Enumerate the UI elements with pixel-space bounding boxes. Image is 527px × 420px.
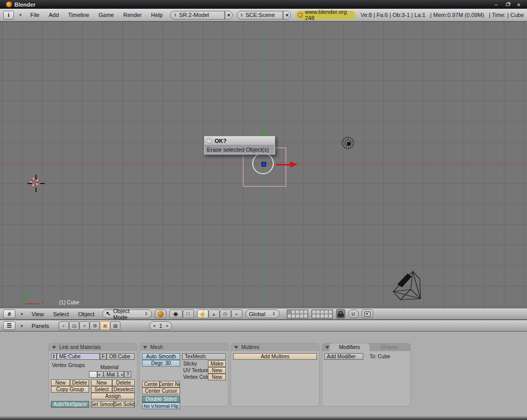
scene-context-button[interactable]: ▦ xyxy=(110,321,120,330)
layer-button[interactable] xyxy=(287,310,291,314)
layer-button[interactable] xyxy=(300,310,304,314)
3d-viewport[interactable]: y x (1) Cube ? OK? Erase selected Object… xyxy=(0,22,527,308)
close-button[interactable]: × xyxy=(515,2,523,8)
layer-button[interactable] xyxy=(320,310,324,314)
object-context-button[interactable]: ⊕ xyxy=(90,321,100,330)
layer-button[interactable] xyxy=(300,314,304,318)
object-name-field[interactable]: OB:Cube xyxy=(107,353,135,360)
draw-type-button[interactable] xyxy=(155,309,166,318)
editing-context-button[interactable]: ▣ xyxy=(100,321,110,330)
translate-manipulator-button[interactable]: ▲ xyxy=(208,309,220,318)
layer-button[interactable] xyxy=(291,310,295,314)
collapse-menu-icon[interactable]: ▾ xyxy=(19,12,22,17)
layer-button[interactable] xyxy=(316,310,320,314)
layer-button[interactable] xyxy=(291,314,295,318)
layer-button[interactable] xyxy=(316,314,320,318)
scene-selector[interactable]: ⇕ SCE:Scene xyxy=(237,11,283,20)
pivot-selector[interactable]: ◉ xyxy=(169,309,183,318)
increment-icon[interactable]: ▸ xyxy=(166,323,168,328)
menu-select[interactable]: Select xyxy=(48,311,74,317)
center-cursor-button[interactable]: Center Cursor xyxy=(142,388,180,394)
menu-help[interactable]: Help xyxy=(147,12,168,18)
autotexspace-toggle[interactable]: AutoTexSpace xyxy=(51,401,89,408)
centre-button[interactable]: Cente xyxy=(142,381,160,388)
no-vnormal-flip-toggle[interactable]: No V.Normal Flip xyxy=(142,403,180,409)
menu-game[interactable]: Game xyxy=(94,12,118,18)
viewport-editor-type-selector[interactable]: # xyxy=(3,309,15,318)
tab-modifiers[interactable]: Modifiers xyxy=(329,343,370,351)
snap-dots-button[interactable]: ∷ xyxy=(183,309,194,318)
buttons-editor-type-selector[interactable]: ☰ xyxy=(3,321,15,330)
add-multires-button[interactable]: Add Multires xyxy=(233,353,317,360)
manipulator-x-arrow[interactable] xyxy=(276,164,290,166)
degrees-slider[interactable]: Degr: 30 xyxy=(142,360,180,367)
auto-smooth-toggle[interactable]: Auto Smooth xyxy=(142,353,180,360)
tab-shapes[interactable]: Shapes xyxy=(371,343,408,351)
layer-button[interactable] xyxy=(312,310,316,314)
layer-button[interactable] xyxy=(295,310,300,314)
restore-button[interactable] xyxy=(503,2,512,8)
material-select-button[interactable]: Select xyxy=(91,386,112,393)
layer-button[interactable] xyxy=(328,310,332,314)
rotate-manipulator-button[interactable]: ◎ xyxy=(220,309,231,318)
material-new-button[interactable]: New xyxy=(91,379,112,386)
shading-context-button[interactable]: ● xyxy=(79,321,90,330)
layer-button[interactable] xyxy=(304,314,308,318)
mesh-name-field[interactable]: ME:Cube xyxy=(57,353,100,360)
proportional-edit-button[interactable]: ∪ xyxy=(348,309,359,318)
script-context-button[interactable]: ▤ xyxy=(69,321,79,330)
material-help-button[interactable]: ? xyxy=(124,371,131,378)
mesh-datablock-browse-button[interactable]: ⇕ xyxy=(51,353,57,360)
icosphere-object[interactable] xyxy=(391,269,424,303)
lamp-object[interactable] xyxy=(342,137,356,151)
menu-panels[interactable]: Panels xyxy=(27,323,54,329)
screen-delete-button[interactable]: × xyxy=(225,11,233,20)
menu-object[interactable]: Object xyxy=(74,311,99,317)
layer-button[interactable] xyxy=(312,314,316,318)
render-preview-button[interactable] xyxy=(362,309,373,318)
layer-button[interactable] xyxy=(295,314,300,318)
texmesh-field[interactable]: TexMesh: xyxy=(182,353,226,360)
material-deselect-button[interactable]: Deselect xyxy=(112,386,135,393)
scale-manipulator-button[interactable]: ▪ xyxy=(231,309,242,318)
layer-button[interactable] xyxy=(324,310,328,314)
scene-delete-button[interactable]: × xyxy=(283,11,291,20)
uv-texture-new-button[interactable]: New xyxy=(208,367,226,374)
frame-number-stepper[interactable]: ◂ 1 ▸ xyxy=(149,321,172,330)
layer-button[interactable] xyxy=(287,314,291,318)
minimize-button[interactable]: – xyxy=(492,2,500,8)
screen-selector[interactable]: ⇕ SR:2-Model xyxy=(170,11,225,20)
set-smooth-button[interactable]: Set Smoot xyxy=(91,401,114,408)
menu-view[interactable]: View xyxy=(27,311,49,317)
blender-org-badge[interactable]: www.blender.org 248 xyxy=(296,11,355,20)
layer-button[interactable] xyxy=(320,314,324,318)
panel-header-link[interactable]: Link and Materials xyxy=(49,343,137,351)
add-modifier-button[interactable]: Add Modifier xyxy=(324,353,363,360)
center-new-button[interactable]: Center Ne xyxy=(160,381,180,388)
vgroup-new-button[interactable]: New xyxy=(51,379,70,386)
menu-file[interactable]: File xyxy=(26,12,44,18)
menu-render[interactable]: Render xyxy=(118,12,146,18)
editor-type-selector[interactable]: i xyxy=(3,11,14,20)
material-preview-swatch[interactable] xyxy=(89,371,97,378)
material-assign-button[interactable]: Assign xyxy=(91,393,135,399)
menu-add[interactable]: Add xyxy=(44,12,64,18)
fake-user-button[interactable]: F xyxy=(100,353,107,360)
popup-item-erase[interactable]: Erase selected Object(s) xyxy=(204,145,275,154)
mode-selector[interactable]: ↖ Object Mode ⇕ xyxy=(102,309,152,318)
layer-button[interactable] xyxy=(324,314,328,318)
vgroup-delete-button[interactable]: Delete xyxy=(70,379,89,386)
layer-button[interactable] xyxy=(304,310,308,314)
panel-header-mesh[interactable]: Mesh xyxy=(140,343,228,351)
material-index-stepper[interactable]: ◂ 1 Mat 1 ▸ xyxy=(97,371,124,378)
collapse-menu-icon[interactable]: ▾ xyxy=(21,312,23,317)
lock-layers-button[interactable] xyxy=(336,309,345,319)
logic-context-button[interactable]: ◐ xyxy=(59,321,69,330)
orientation-selector[interactable]: Global ⇕ xyxy=(245,309,279,318)
increment-icon[interactable]: ▸ xyxy=(121,372,124,377)
sticky-make-button[interactable]: Make xyxy=(208,360,226,367)
double-sided-toggle[interactable]: Double Sided xyxy=(142,396,180,403)
material-delete-button[interactable]: Delete xyxy=(112,379,135,386)
decrement-icon[interactable]: ◂ xyxy=(98,372,100,377)
collapse-menu-icon[interactable]: ▾ xyxy=(21,323,23,328)
